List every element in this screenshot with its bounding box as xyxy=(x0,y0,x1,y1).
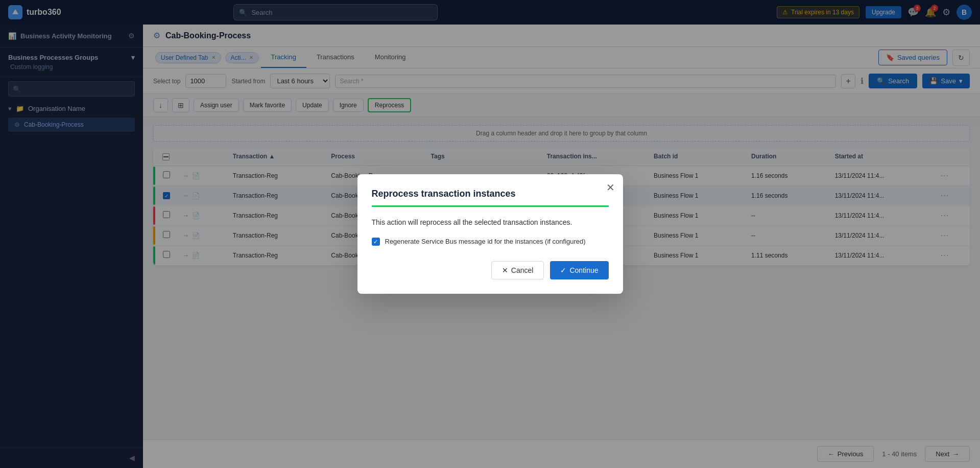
modal-overlay: ✕ Reprocess transaction instances This a… xyxy=(0,0,980,468)
reprocess-modal: ✕ Reprocess transaction instances This a… xyxy=(357,174,623,293)
modal-checkbox-label: Regenerate Service Bus message id for th… xyxy=(385,237,586,246)
cancel-label: Cancel xyxy=(511,266,534,274)
regenerate-checkbox[interactable]: ✓ xyxy=(372,238,380,246)
modal-close-button[interactable]: ✕ xyxy=(606,182,615,193)
modal-title: Reprocess transaction instances xyxy=(372,189,609,207)
modal-actions: ✕ Cancel ✓ Continue xyxy=(372,261,609,279)
check-icon: ✓ xyxy=(560,266,566,274)
continue-button[interactable]: ✓ Continue xyxy=(550,261,608,279)
cancel-button[interactable]: ✕ Cancel xyxy=(491,261,544,279)
continue-label: Continue xyxy=(569,266,598,274)
x-icon: ✕ xyxy=(502,266,508,274)
modal-checkbox-row: ✓ Regenerate Service Bus message id for … xyxy=(372,237,609,246)
modal-description: This action will reprocess all the selec… xyxy=(372,217,609,228)
